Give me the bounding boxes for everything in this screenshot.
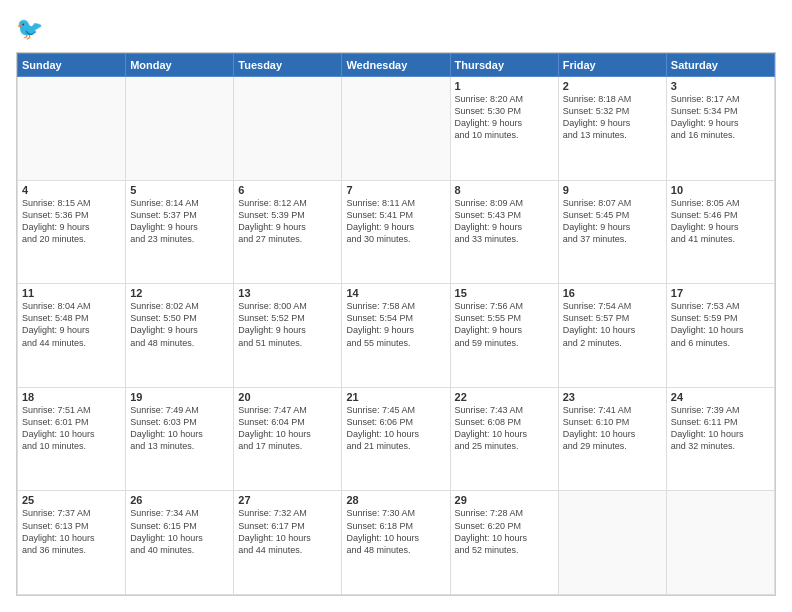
day-number: 13 — [238, 287, 337, 299]
day-header-monday: Monday — [126, 54, 234, 77]
day-cell — [18, 77, 126, 181]
day-cell — [558, 491, 666, 595]
header: 🐦 — [16, 16, 776, 42]
day-info: Sunrise: 7:53 AMSunset: 5:59 PMDaylight:… — [671, 300, 770, 349]
day-cell: 25Sunrise: 7:37 AMSunset: 6:13 PMDayligh… — [18, 491, 126, 595]
day-cell — [342, 77, 450, 181]
day-number: 20 — [238, 391, 337, 403]
logo: 🐦 — [16, 16, 47, 42]
day-info: Sunrise: 7:45 AMSunset: 6:06 PMDaylight:… — [346, 404, 445, 453]
day-cell: 22Sunrise: 7:43 AMSunset: 6:08 PMDayligh… — [450, 387, 558, 491]
day-number: 10 — [671, 184, 770, 196]
day-number: 16 — [563, 287, 662, 299]
day-cell: 1Sunrise: 8:20 AMSunset: 5:30 PMDaylight… — [450, 77, 558, 181]
day-cell: 11Sunrise: 8:04 AMSunset: 5:48 PMDayligh… — [18, 284, 126, 388]
day-number: 22 — [455, 391, 554, 403]
header-row: SundayMondayTuesdayWednesdayThursdayFrid… — [18, 54, 775, 77]
day-cell: 9Sunrise: 8:07 AMSunset: 5:45 PMDaylight… — [558, 180, 666, 284]
day-info: Sunrise: 7:39 AMSunset: 6:11 PMDaylight:… — [671, 404, 770, 453]
day-number: 7 — [346, 184, 445, 196]
calendar: SundayMondayTuesdayWednesdayThursdayFrid… — [16, 52, 776, 596]
day-cell: 6Sunrise: 8:12 AMSunset: 5:39 PMDaylight… — [234, 180, 342, 284]
day-number: 9 — [563, 184, 662, 196]
day-info: Sunrise: 7:32 AMSunset: 6:17 PMDaylight:… — [238, 507, 337, 556]
day-info: Sunrise: 8:18 AMSunset: 5:32 PMDaylight:… — [563, 93, 662, 142]
day-number: 14 — [346, 287, 445, 299]
day-info: Sunrise: 7:47 AMSunset: 6:04 PMDaylight:… — [238, 404, 337, 453]
day-info: Sunrise: 7:56 AMSunset: 5:55 PMDaylight:… — [455, 300, 554, 349]
day-cell: 13Sunrise: 8:00 AMSunset: 5:52 PMDayligh… — [234, 284, 342, 388]
day-number: 25 — [22, 494, 121, 506]
day-number: 23 — [563, 391, 662, 403]
day-number: 29 — [455, 494, 554, 506]
day-cell — [126, 77, 234, 181]
day-info: Sunrise: 8:11 AMSunset: 5:41 PMDaylight:… — [346, 197, 445, 246]
day-info: Sunrise: 7:49 AMSunset: 6:03 PMDaylight:… — [130, 404, 229, 453]
day-cell: 20Sunrise: 7:47 AMSunset: 6:04 PMDayligh… — [234, 387, 342, 491]
day-number: 19 — [130, 391, 229, 403]
day-info: Sunrise: 7:34 AMSunset: 6:15 PMDaylight:… — [130, 507, 229, 556]
day-info: Sunrise: 7:37 AMSunset: 6:13 PMDaylight:… — [22, 507, 121, 556]
day-number: 3 — [671, 80, 770, 92]
day-cell: 12Sunrise: 8:02 AMSunset: 5:50 PMDayligh… — [126, 284, 234, 388]
calendar-week-5: 25Sunrise: 7:37 AMSunset: 6:13 PMDayligh… — [18, 491, 775, 595]
day-cell: 3Sunrise: 8:17 AMSunset: 5:34 PMDaylight… — [666, 77, 774, 181]
day-number: 1 — [455, 80, 554, 92]
day-header-thursday: Thursday — [450, 54, 558, 77]
day-number: 12 — [130, 287, 229, 299]
day-number: 28 — [346, 494, 445, 506]
day-header-friday: Friday — [558, 54, 666, 77]
day-info: Sunrise: 8:15 AMSunset: 5:36 PMDaylight:… — [22, 197, 121, 246]
calendar-week-4: 18Sunrise: 7:51 AMSunset: 6:01 PMDayligh… — [18, 387, 775, 491]
day-info: Sunrise: 8:00 AMSunset: 5:52 PMDaylight:… — [238, 300, 337, 349]
day-number: 24 — [671, 391, 770, 403]
day-cell: 17Sunrise: 7:53 AMSunset: 5:59 PMDayligh… — [666, 284, 774, 388]
day-cell: 7Sunrise: 8:11 AMSunset: 5:41 PMDaylight… — [342, 180, 450, 284]
day-cell: 15Sunrise: 7:56 AMSunset: 5:55 PMDayligh… — [450, 284, 558, 388]
day-cell: 16Sunrise: 7:54 AMSunset: 5:57 PMDayligh… — [558, 284, 666, 388]
calendar-week-1: 1Sunrise: 8:20 AMSunset: 5:30 PMDaylight… — [18, 77, 775, 181]
day-info: Sunrise: 8:14 AMSunset: 5:37 PMDaylight:… — [130, 197, 229, 246]
day-info: Sunrise: 8:04 AMSunset: 5:48 PMDaylight:… — [22, 300, 121, 349]
calendar-week-2: 4Sunrise: 8:15 AMSunset: 5:36 PMDaylight… — [18, 180, 775, 284]
day-info: Sunrise: 7:28 AMSunset: 6:20 PMDaylight:… — [455, 507, 554, 556]
day-cell: 2Sunrise: 8:18 AMSunset: 5:32 PMDaylight… — [558, 77, 666, 181]
day-number: 17 — [671, 287, 770, 299]
day-cell — [234, 77, 342, 181]
day-info: Sunrise: 8:17 AMSunset: 5:34 PMDaylight:… — [671, 93, 770, 142]
day-info: Sunrise: 7:43 AMSunset: 6:08 PMDaylight:… — [455, 404, 554, 453]
day-cell: 8Sunrise: 8:09 AMSunset: 5:43 PMDaylight… — [450, 180, 558, 284]
calendar-body: 1Sunrise: 8:20 AMSunset: 5:30 PMDaylight… — [18, 77, 775, 595]
day-info: Sunrise: 7:51 AMSunset: 6:01 PMDaylight:… — [22, 404, 121, 453]
day-info: Sunrise: 8:20 AMSunset: 5:30 PMDaylight:… — [455, 93, 554, 142]
day-cell: 4Sunrise: 8:15 AMSunset: 5:36 PMDaylight… — [18, 180, 126, 284]
day-info: Sunrise: 7:41 AMSunset: 6:10 PMDaylight:… — [563, 404, 662, 453]
day-info: Sunrise: 8:02 AMSunset: 5:50 PMDaylight:… — [130, 300, 229, 349]
day-cell: 21Sunrise: 7:45 AMSunset: 6:06 PMDayligh… — [342, 387, 450, 491]
day-cell: 10Sunrise: 8:05 AMSunset: 5:46 PMDayligh… — [666, 180, 774, 284]
day-cell: 24Sunrise: 7:39 AMSunset: 6:11 PMDayligh… — [666, 387, 774, 491]
day-cell: 28Sunrise: 7:30 AMSunset: 6:18 PMDayligh… — [342, 491, 450, 595]
page: 🐦 SundayMondayTuesdayWednesdayThursdayFr… — [0, 0, 792, 612]
day-cell: 26Sunrise: 7:34 AMSunset: 6:15 PMDayligh… — [126, 491, 234, 595]
day-info: Sunrise: 8:09 AMSunset: 5:43 PMDaylight:… — [455, 197, 554, 246]
day-number: 2 — [563, 80, 662, 92]
day-number: 6 — [238, 184, 337, 196]
day-number: 21 — [346, 391, 445, 403]
day-info: Sunrise: 7:58 AMSunset: 5:54 PMDaylight:… — [346, 300, 445, 349]
day-number: 26 — [130, 494, 229, 506]
day-info: Sunrise: 8:05 AMSunset: 5:46 PMDaylight:… — [671, 197, 770, 246]
day-number: 15 — [455, 287, 554, 299]
day-cell — [666, 491, 774, 595]
day-header-tuesday: Tuesday — [234, 54, 342, 77]
day-number: 4 — [22, 184, 121, 196]
day-info: Sunrise: 7:54 AMSunset: 5:57 PMDaylight:… — [563, 300, 662, 349]
day-number: 11 — [22, 287, 121, 299]
day-cell: 14Sunrise: 7:58 AMSunset: 5:54 PMDayligh… — [342, 284, 450, 388]
calendar-week-3: 11Sunrise: 8:04 AMSunset: 5:48 PMDayligh… — [18, 284, 775, 388]
day-info: Sunrise: 7:30 AMSunset: 6:18 PMDaylight:… — [346, 507, 445, 556]
day-number: 18 — [22, 391, 121, 403]
day-header-saturday: Saturday — [666, 54, 774, 77]
day-number: 8 — [455, 184, 554, 196]
calendar-table: SundayMondayTuesdayWednesdayThursdayFrid… — [17, 53, 775, 595]
